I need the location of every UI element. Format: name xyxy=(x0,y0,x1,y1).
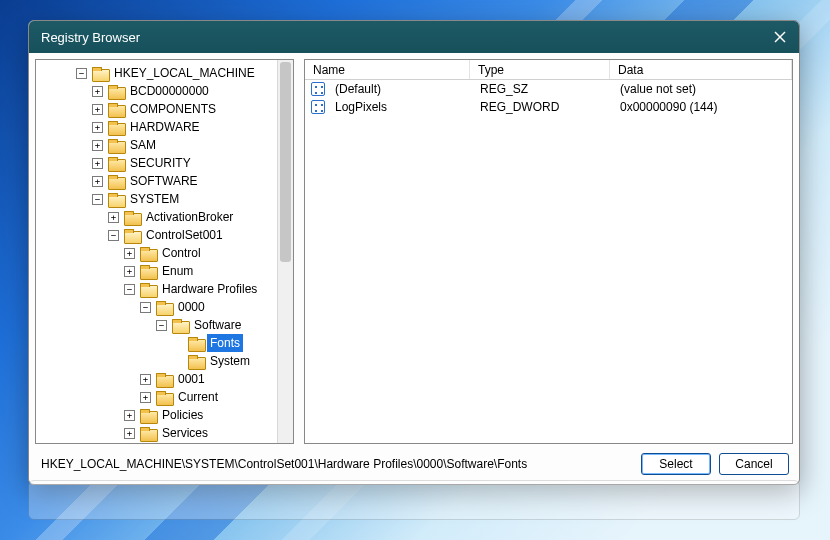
folder-icon xyxy=(172,319,188,332)
folder-icon xyxy=(108,193,124,206)
tree-node-label: SECURITY xyxy=(127,154,194,172)
expand-icon[interactable]: + xyxy=(92,140,103,151)
tree-node[interactable]: −Software xyxy=(36,316,293,334)
value-icon xyxy=(311,100,325,114)
tree-node-label: Fonts xyxy=(207,334,243,352)
tree-node[interactable]: +0001 xyxy=(36,370,293,388)
splitter[interactable] xyxy=(298,59,300,444)
tree-node[interactable]: +BCD00000000 xyxy=(36,82,293,100)
tree-node[interactable]: +COMPONENTS xyxy=(36,100,293,118)
tree-node-label: Current xyxy=(175,388,221,406)
tree-node[interactable]: +SAM xyxy=(36,136,293,154)
folder-icon xyxy=(92,67,108,80)
tree-node[interactable]: +ActivationBroker xyxy=(36,208,293,226)
tree-node-label: HKEY_LOCAL_MACHINE xyxy=(111,64,258,82)
column-type[interactable]: Type xyxy=(470,60,610,79)
folder-icon xyxy=(108,85,124,98)
expand-icon[interactable]: + xyxy=(92,122,103,133)
expand-icon[interactable]: + xyxy=(124,410,135,421)
value-data: (value not set) xyxy=(612,82,792,96)
expand-icon[interactable]: + xyxy=(92,176,103,187)
folder-icon xyxy=(140,265,156,278)
tree-node[interactable]: +Policies xyxy=(36,406,293,424)
expand-icon[interactable]: + xyxy=(108,212,119,223)
value-type: REG_SZ xyxy=(472,82,612,96)
registry-browser-dialog: Registry Browser −HKEY_LOCAL_MACHINE+BCD… xyxy=(28,20,800,485)
expand-icon[interactable]: + xyxy=(124,266,135,277)
tree-node-label: COMPONENTS xyxy=(127,100,219,118)
values-pane: Name Type Data (Default)REG_SZ(value not… xyxy=(304,59,793,444)
collapse-icon[interactable]: − xyxy=(92,194,103,205)
value-row[interactable]: LogPixelsREG_DWORD0x00000090 (144) xyxy=(305,98,792,116)
collapse-icon[interactable]: − xyxy=(156,320,167,331)
expand-icon[interactable]: + xyxy=(140,374,151,385)
expand-icon[interactable]: + xyxy=(92,104,103,115)
tree-node[interactable]: +Control xyxy=(36,244,293,262)
cancel-button[interactable]: Cancel xyxy=(719,453,789,475)
folder-icon xyxy=(108,103,124,116)
folder-icon xyxy=(140,409,156,422)
tree-node[interactable]: Fonts xyxy=(36,334,293,352)
expand-icon[interactable]: + xyxy=(124,428,135,439)
tree-node-label: BCD00000000 xyxy=(127,82,212,100)
expand-icon[interactable]: + xyxy=(92,86,103,97)
tree-node-label: 0000 xyxy=(175,298,208,316)
dialog-body: −HKEY_LOCAL_MACHINE+BCD00000000+COMPONEN… xyxy=(29,53,799,444)
tree-node[interactable]: +Enum xyxy=(36,262,293,280)
tree-node-label: SYSTEM xyxy=(127,190,182,208)
tree-node[interactable]: +SECURITY xyxy=(36,154,293,172)
expand-icon[interactable]: + xyxy=(92,158,103,169)
collapse-icon[interactable]: − xyxy=(108,230,119,241)
scrollbar-vertical[interactable] xyxy=(277,60,293,443)
footer: HKEY_LOCAL_MACHINE\SYSTEM\ControlSet001\… xyxy=(29,444,799,484)
column-data[interactable]: Data xyxy=(610,60,792,79)
tree-node-label: 0001 xyxy=(175,370,208,388)
folder-icon xyxy=(140,247,156,260)
tree-node[interactable]: −Hardware Profiles xyxy=(36,280,293,298)
scrollbar-thumb[interactable] xyxy=(280,62,291,262)
tree-node-label: Services xyxy=(159,424,211,442)
column-name[interactable]: Name xyxy=(305,60,470,79)
tree-node[interactable]: −0000 xyxy=(36,298,293,316)
window-title: Registry Browser xyxy=(41,30,771,45)
close-icon[interactable] xyxy=(771,28,789,46)
tree-scroll[interactable]: −HKEY_LOCAL_MACHINE+BCD00000000+COMPONEN… xyxy=(36,60,293,443)
tree-node-label: ControlSet001 xyxy=(143,226,226,244)
expand-icon[interactable]: + xyxy=(124,248,135,259)
tree-pane: −HKEY_LOCAL_MACHINE+BCD00000000+COMPONEN… xyxy=(35,59,294,444)
folder-icon xyxy=(108,157,124,170)
tree-node[interactable]: System xyxy=(36,352,293,370)
value-row[interactable]: (Default)REG_SZ(value not set) xyxy=(305,80,792,98)
collapse-icon[interactable]: − xyxy=(76,68,87,79)
tree-node[interactable]: +SOFTWARE xyxy=(36,172,293,190)
value-name: LogPixels xyxy=(327,100,472,114)
folder-icon xyxy=(124,211,140,224)
tree-node[interactable]: −SYSTEM xyxy=(36,190,293,208)
folder-icon xyxy=(188,337,204,350)
tree-node-label: Policies xyxy=(159,406,206,424)
list-rows[interactable]: (Default)REG_SZ(value not set)LogPixelsR… xyxy=(305,80,792,443)
list-header: Name Type Data xyxy=(305,60,792,80)
expand-icon[interactable]: + xyxy=(140,392,151,403)
tree-node[interactable]: −ControlSet001 xyxy=(36,226,293,244)
tree-node[interactable]: +Current xyxy=(36,388,293,406)
tree-node-label: SOFTWARE xyxy=(127,172,201,190)
tree-node-label: Enum xyxy=(159,262,196,280)
tree-node[interactable]: +Services xyxy=(36,424,293,442)
folder-icon xyxy=(108,175,124,188)
tree-node-label: Control xyxy=(159,244,204,262)
folder-icon xyxy=(188,355,204,368)
folder-icon xyxy=(156,373,172,386)
tree-node-label: HARDWARE xyxy=(127,118,203,136)
collapse-icon[interactable]: − xyxy=(124,284,135,295)
tree-node[interactable]: +HARDWARE xyxy=(36,118,293,136)
value-name: (Default) xyxy=(327,82,472,96)
titlebar[interactable]: Registry Browser xyxy=(29,21,799,53)
value-data: 0x00000090 (144) xyxy=(612,100,792,114)
collapse-icon[interactable]: − xyxy=(140,302,151,313)
select-button[interactable]: Select xyxy=(641,453,711,475)
tree-node[interactable]: −HKEY_LOCAL_MACHINE xyxy=(36,64,293,82)
tree-node-label: System xyxy=(207,352,253,370)
folder-icon xyxy=(124,229,140,242)
folder-icon xyxy=(108,121,124,134)
